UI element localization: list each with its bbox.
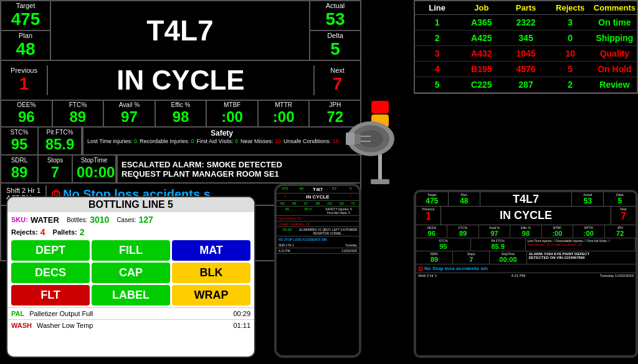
row2-rejects: 0 <box>548 30 593 45</box>
tower-base <box>371 179 389 184</box>
alarm-line2: REQUEST PLANT MANAGER ROOM SE1 <box>121 169 356 179</box>
phone-machine: T4I7 <box>310 186 326 193</box>
delta-value: 5 <box>313 39 358 59</box>
sdrl-label: SDRL <box>5 157 34 164</box>
tab-mttr: MTTR:00 <box>573 225 604 238</box>
ph-ftc: 89 <box>288 201 300 206</box>
row1-line: 1 <box>415 15 459 30</box>
pal-desc: Palletizer Output Full <box>29 310 93 317</box>
tab-machine: T4L7 <box>480 192 572 206</box>
tab-q-icon: Q <box>418 266 423 271</box>
tab-stoptime-val: 00:00 <box>490 256 525 263</box>
machine-name: T4L7 <box>51 1 310 60</box>
decs-button[interactable]: DECS <box>11 263 90 283</box>
wrap-button[interactable]: WRAP <box>172 285 250 306</box>
sdrl-value: 89 <box>5 164 34 181</box>
phone-unsafe-row: Unsafe Conditions: 18 <box>277 222 359 227</box>
next-value: 7 <box>317 74 358 94</box>
sku-label: SKU: <box>11 216 28 223</box>
ph-safety: SAFETY Injuries: 0First Aid Visits: 0 <box>318 207 359 215</box>
ph-date: 11/02/2020 <box>341 249 357 253</box>
tab-jph: JPH72 <box>605 225 636 238</box>
tab-no-stop-text: No Stop loss accidents sin <box>424 266 488 271</box>
blk-button[interactable]: BLK <box>172 263 250 283</box>
row4-job: B195 <box>459 62 503 77</box>
row5-job: C225 <box>459 77 503 92</box>
phone-delta: 5 <box>343 186 359 193</box>
stops-value: 7 <box>42 164 68 181</box>
speaker-icon <box>345 115 398 162</box>
col-parts: Parts <box>503 1 548 14</box>
table-row: 2 A425 345 0 Shipping <box>415 30 637 46</box>
bottles-label: Bottles: <box>67 217 87 223</box>
safety-near-misses: Near Misses: 10 <box>240 138 281 144</box>
table-row: 3 A432 1045 10 Quality <box>415 46 637 62</box>
ph-mtbf: :00 <box>323 201 335 206</box>
flt-button[interactable]: FLT <box>11 285 90 306</box>
tablet-screen: Target 475 Plan 48 T4L7 Actual 53 Delta … <box>416 192 636 355</box>
tab-safety-detail: Lost Time injuries: 0 Recordable Injurie… <box>526 238 636 251</box>
actual-value: 53 <box>313 9 358 29</box>
dept-button[interactable]: DEPT <box>11 240 90 261</box>
tab-time: 4:21 PM <box>512 274 525 278</box>
stops-label: Stops <box>42 157 68 164</box>
dept-grid: DEPT FILL MAT DECS CAP BLK FLT LABEL WRA… <box>7 238 254 307</box>
wash-label: WASH <box>11 322 32 329</box>
row5-rejects: 2 <box>548 77 593 92</box>
previous-label: Previous <box>4 67 44 74</box>
ph-time: 4:21 PM <box>279 249 290 253</box>
second-metrics-row: STC% 95 Pit FTC% 85.9 Safety Lost Time i… <box>1 128 360 156</box>
third-row: SDRL 89 Stops 7 StopTime 00:00 ESCALATED… <box>1 156 360 184</box>
plan-cell: Plan 48 <box>1 31 50 60</box>
plan-value: 48 <box>4 39 47 59</box>
ph-sdrl: 00:00 <box>277 227 298 236</box>
ph-unsafe: Unsafe Conditions: 18 <box>279 222 309 226</box>
phone-near-misses-row: Near Misses: 10 <box>277 216 359 222</box>
ph-effic: 98 <box>312 201 324 206</box>
phone-target: 475 <box>277 186 293 193</box>
bottling-rejects-row: Rejects: 4 Pallets: 2 <box>7 226 254 238</box>
row1-comment: On time <box>593 15 637 30</box>
safety-items: Lost Time injuries: 0 Recordable Injurie… <box>87 138 356 144</box>
ph-stc: 95 <box>277 207 298 215</box>
pit-ftc-label: Pit FTC% <box>42 129 77 136</box>
phone-shift-row: Shift 2 Hr 1 Tuesday <box>277 243 359 248</box>
mat-button[interactable]: MAT <box>172 240 250 261</box>
row4-parts: 4576 <box>503 62 548 77</box>
stc-value: 95 <box>5 136 34 153</box>
tab-delta-val: 5 <box>604 197 635 205</box>
shift-label: Shift 2 Hr 1 <box>6 187 40 194</box>
pal-label: PAL <box>11 310 24 317</box>
tab-alarm-detail: ALARM: FISH EYE PAINT DEFECT DETECTED ON… <box>527 251 636 264</box>
label-button[interactable]: LABEL <box>92 285 170 306</box>
stop-time-label: StopTime <box>77 157 112 164</box>
phone-screen: 475 48 T4I7 53 5 1 IN CYCLE 7 96 89 97 9… <box>277 186 359 355</box>
row2-line: 2 <box>415 30 459 45</box>
ph-avail: 97 <box>300 201 312 206</box>
fill-button[interactable]: FILL <box>92 240 170 261</box>
ph-mttr: :00 <box>335 201 347 206</box>
tab-mtbf: MTBF:00 <box>542 225 573 238</box>
svg-rect-6 <box>346 133 355 145</box>
tablet-header: Target 475 Plan 48 T4L7 Actual 53 Delta … <box>416 192 636 207</box>
col-line: Line <box>415 1 459 14</box>
row3-comment: Quality <box>593 46 637 61</box>
cases-label: Cases: <box>117 217 136 223</box>
pallets-value: 2 <box>80 227 85 237</box>
target-label: Target <box>4 2 47 9</box>
metric-avail: Avail % 97 <box>104 101 156 126</box>
tablet-second: STC%95 Pit FTC%85.9 Lost Time injuries: … <box>416 238 636 251</box>
row3-line: 3 <box>415 46 459 61</box>
tab-avail: Avail %97 <box>479 225 510 238</box>
cap-button[interactable]: CAP <box>92 263 170 283</box>
tab-plan-val: 48 <box>449 197 480 205</box>
tablet-metrics: OEE%96 FTC%89 Avail %97 Efftc %98 MTBF:0… <box>416 225 636 238</box>
col-job: Job <box>459 1 503 14</box>
metric-ftc: FTC% 89 <box>53 101 105 126</box>
tab-next-val: 7 <box>612 211 635 222</box>
bottling-header: BOTTLING LINE 5 <box>7 197 254 212</box>
table-row: 5 C225 287 2 Review <box>415 77 637 93</box>
tab-incycle: IN CYCLE <box>441 207 611 225</box>
row3-job: A432 <box>459 46 503 61</box>
safety-recordable: Recordable Injuries: 0 <box>140 138 194 144</box>
